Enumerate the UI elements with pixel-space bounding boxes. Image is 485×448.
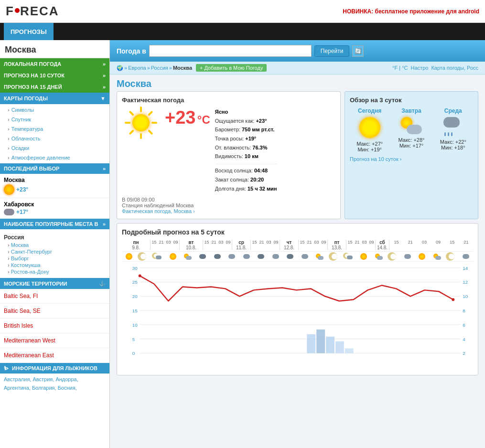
sunrise: 04:48 [254, 168, 268, 173]
sun-core [132, 114, 150, 131]
breadcrumb-europe[interactable]: Европа [128, 65, 146, 71]
hours-vt: 15 21 03 09 [203, 240, 232, 250]
promo-text: НОВИНКА: бесплатное приложение для andro… [343, 8, 479, 15]
day-sr: ср 11.8. [232, 240, 251, 250]
sun-icon-large [126, 107, 156, 138]
khabarovsk-weather-icon [4, 209, 14, 215]
add-to-my-weather[interactable]: + Добавить в Мою Погоду [196, 64, 267, 72]
moscow-weather-icon [4, 184, 14, 195]
sidebar-menu-15day[interactable]: ПРОГНОЗ НА 15 ДНЕЙ » [0, 81, 109, 93]
tomorrow-max: Макс: +28° [391, 137, 431, 143]
icon-partly-1 [184, 254, 192, 260]
chevron-icon: » [103, 221, 106, 227]
forecast-day-today: Сегодня Макс: +27° Мин: +19° [350, 107, 389, 152]
breadcrumb-current: Москва [173, 65, 192, 71]
logo[interactable]: F RECA [6, 4, 59, 19]
icon-rain-2 [214, 254, 221, 259]
search-input[interactable] [149, 45, 312, 57]
icon-cloud-2 [243, 254, 250, 259]
search-button[interactable]: Перейти [314, 45, 350, 57]
icon-cloud-6 [463, 254, 469, 259]
breadcrumb-russia[interactable]: Россия [151, 65, 168, 71]
svg-text:20: 20 [132, 294, 138, 299]
sidebar-last-choice-khabarovsk[interactable]: Хабаровск +17° [0, 198, 109, 219]
sidebar-submenu-symbols[interactable]: Символы [0, 105, 109, 115]
forecast-days: Сегодня Макс: +27° Мин: +19° Завтра Макс… [350, 107, 473, 152]
day-pn: пн 9.8. [122, 240, 151, 250]
forecast-day-wed: Среда Макс: +22° Мин: +18° [433, 107, 473, 152]
chevron-icon: » [103, 166, 106, 171]
sidebar-last-choice-moscow[interactable]: Москва +23° [0, 174, 109, 198]
svg-text:10: 10 [132, 322, 138, 328]
svg-text:8: 8 [463, 308, 465, 313]
marine-item-med-east[interactable]: Mediterranean East [0, 348, 109, 363]
breadcrumb-row: 🌍 » Европа » Россия » Москва + Добавить … [110, 62, 485, 75]
content-area: Погода в Перейти 🔄 🌍 » Европа » Россия »… [110, 40, 485, 448]
hours-pt: 15 21 03 09 [346, 240, 375, 250]
sidebar-ski-header: ⛷ ИНФОРМАЦИЯ ДЛЯ ЛЫЖНИКОВ [0, 363, 109, 373]
marine-item-baltic-se[interactable]: Baltic Sea, SE [0, 304, 109, 319]
hours-sb: 15 21 03 09 15 21 [389, 240, 473, 250]
sidebar-city-moscow[interactable]: Москва [4, 242, 106, 248]
map-link[interactable]: Карта погоды, Росс [431, 65, 478, 71]
weather-details: Ясно Ощущается как: +23° Барометр: 750 м… [215, 107, 277, 193]
settings-link[interactable]: Настро [411, 65, 429, 71]
icon-partly-2 [316, 254, 323, 260]
precip-bar-2 [316, 330, 325, 353]
sidebar-menu-local-weather[interactable]: ЛОКАЛЬНАЯ ПОГОДА » [0, 58, 109, 70]
icon-sun-3 [360, 253, 367, 260]
sidebar-city-rostov[interactable]: Ростов-на-Дону [4, 268, 106, 275]
icon-cloud-5 [404, 254, 411, 259]
all-icons [122, 253, 473, 260]
forecast-10day-link[interactable]: Прогноз на 10 суток › [350, 156, 473, 162]
station-link[interactable]: Фактическая погода, Москва › [122, 208, 195, 214]
icon-rain-1 [199, 254, 206, 259]
sidebar-city-spb[interactable]: Санкт-Петербург [4, 248, 106, 255]
station-name: Станция наблюдений Москва [122, 203, 335, 208]
svg-text:15: 15 [132, 308, 138, 313]
svg-text:4: 4 [463, 337, 465, 342]
visibility: 10 км [245, 153, 259, 159]
chevron-right-icon: » [103, 73, 106, 78]
nav-item-forecasts[interactable]: ПРОГНОЗЫ [4, 23, 54, 40]
svg-text:0: 0 [132, 351, 135, 356]
wed-max: Макс: +22° [433, 139, 473, 145]
tomorrow-label: Завтра [391, 107, 431, 114]
globe-icon: 🌍 [117, 65, 123, 71]
refresh-icon[interactable]: 🔄 [352, 45, 364, 57]
hours-pn: 15 21 03 09 [151, 240, 179, 250]
station-info: В 09/08 09:00 Станция наблюдений Москва … [122, 197, 335, 214]
sidebar-menu-10day[interactable]: ПРОГНОЗ НА 10 СУТОК » [0, 70, 109, 81]
temp-units[interactable]: °F | °C [392, 65, 408, 71]
sidebar-submenu-cloudiness[interactable]: Облачность [0, 134, 109, 143]
sidebar-city-vyborg[interactable]: Выборг [4, 255, 106, 262]
day-headers-row: пн 9.8. 15 21 03 09 вт 10.8. 15 21 03 [122, 240, 473, 252]
icon-rain-3 [258, 254, 264, 259]
chevron-down-icon: ▼ [100, 96, 106, 101]
three-day-title: Обзор на 3 суток [350, 96, 473, 104]
sidebar-city-kostomuksha[interactable]: Костомукша [4, 262, 106, 268]
temperature-big: +23 [165, 107, 195, 128]
marine-item-baltic-fi[interactable]: Baltic Sea, FI [0, 289, 109, 304]
current-weather-panel: Фактическая погода [117, 91, 341, 219]
sidebar-submenu-pressure[interactable]: Атмосферное давление [0, 153, 109, 162]
sidebar-submenu-precipitation[interactable]: Осадки [0, 143, 109, 153]
svg-text:25: 25 [132, 280, 138, 285]
sidebar-popular-section: Россия Москва Санкт-Петербург Выборг Кос… [0, 229, 109, 278]
sidebar-submenu-temperature[interactable]: Температура [0, 124, 109, 134]
sidebar-last-choice-header: ПОСЛЕДНИЙ ВЫБОР » [0, 163, 109, 174]
marine-item-med-west[interactable]: Mediterranean West [0, 333, 109, 348]
svg-text:12: 12 [463, 280, 468, 285]
icon-cloud-3 [272, 254, 279, 259]
svg-text:2: 2 [463, 351, 465, 356]
sidebar-submenu-satellite[interactable]: Спутник [0, 115, 109, 124]
marine-item-british-isles[interactable]: British Isles [0, 319, 109, 333]
chevron-right-icon: » [103, 84, 106, 90]
icon-moon-3 [390, 254, 396, 259]
sidebar-menu-weather-maps[interactable]: КАРТЫ ПОГОДЫ ▼ [0, 93, 109, 104]
five-day-section: Подробный прогноз на 5 суток пн 9.8. 15 … [117, 223, 478, 375]
svg-text:5: 5 [132, 337, 135, 342]
icon-moon-cloud-2 [345, 254, 353, 259]
pressure: 750 мм рт.ст. [242, 127, 274, 132]
breadcrumb-sep: » [124, 65, 127, 71]
